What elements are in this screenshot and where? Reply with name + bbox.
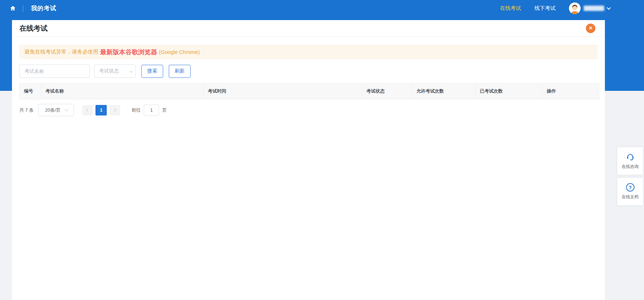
online-consult-label: 在线咨询 (622, 164, 639, 170)
chevron-down-icon (129, 69, 133, 73)
user-menu[interactable] (569, 2, 610, 14)
exam-table: 编号 考试名称 考试时间 考试状态 允许考试次数 已考试次数 操作 (19, 83, 599, 99)
avatar (569, 2, 581, 14)
home-button[interactable] (10, 5, 16, 11)
online-docs-button[interactable]: ? 在线文档 (617, 178, 643, 205)
topbar-right: 在线考试 线下考试 (500, 2, 610, 14)
search-button[interactable]: 搜索 (141, 65, 163, 78)
exam-status-select[interactable]: 考试状态 (94, 64, 136, 78)
warning-suffix-text: (Google Chrome) (159, 49, 200, 55)
filter-bar: 考试状态 搜索 刷新 (19, 64, 597, 78)
warning-text: 避免在线考试异常，请务必使用 (24, 49, 98, 55)
nav-online-exam[interactable]: 在线考试 (500, 5, 521, 12)
goto-page-input[interactable] (144, 105, 159, 116)
chevron-down-icon (607, 6, 611, 10)
online-docs-label: 在线文档 (622, 194, 639, 200)
total-count-label: 共 7 条 (19, 107, 33, 113)
floating-help-stack: 在线咨询 ? 在线文档 (617, 147, 643, 205)
app-title: 我的考试 (31, 4, 56, 12)
topbar-divider (23, 5, 23, 12)
column-header-taken-attempts: 已考试次数 (476, 83, 543, 99)
column-header-allowed-attempts: 允许考试次数 (412, 83, 476, 99)
home-icon (10, 5, 16, 11)
page-title: 在线考试 (19, 24, 48, 33)
column-header-exam-name: 考试名称 (41, 83, 204, 99)
username-blurred (584, 6, 604, 11)
exam-status-placeholder: 考试状态 (99, 68, 129, 74)
goto-label: 前往 (131, 107, 141, 113)
online-exam-panel: 在线考试 × 避免在线考试异常，请务必使用 最新版本谷歌浏览器 (Google … (12, 20, 605, 300)
next-page-button[interactable] (110, 105, 120, 115)
prev-page-button[interactable] (82, 105, 93, 115)
exam-name-input[interactable] (19, 64, 90, 78)
current-page-button[interactable]: 1 (95, 105, 107, 115)
goto-page-group: 前往 页 (131, 105, 167, 116)
page-unit-label: 页 (162, 107, 167, 113)
refresh-button[interactable]: 刷新 (169, 65, 191, 78)
pagination: 共 7 条 20条/页 1 前往 页 (19, 104, 597, 116)
topbar: 我的考试 在线考试 线下考试 (0, 0, 644, 17)
column-header-exam-status: 考试状态 (362, 83, 412, 99)
column-header-exam-time: 考试时间 (204, 83, 362, 99)
browser-warning-banner: 避免在线考试异常，请务必使用 最新版本谷歌浏览器 (Google Chrome) (19, 45, 597, 59)
page-size-select[interactable]: 20条/页 (38, 104, 74, 116)
online-consult-button[interactable]: 在线咨询 (617, 147, 643, 175)
table-header-row: 编号 考试名称 考试时间 考试状态 允许考试次数 已考试次数 操作 (20, 83, 599, 99)
close-button[interactable]: × (586, 24, 595, 33)
nav-offline-exam[interactable]: 线下考试 (534, 5, 556, 12)
warning-bold-text: 最新版本谷歌浏览器 (100, 48, 157, 56)
headset-icon (626, 152, 635, 161)
column-header-actions: 操作 (543, 83, 599, 99)
page-size-value: 20条/页 (45, 107, 61, 113)
chevron-down-icon (65, 108, 68, 111)
question-icon: ? (626, 183, 634, 192)
column-header-no: 编号 (20, 83, 41, 99)
panel-header: 在线考试 × (12, 20, 605, 37)
